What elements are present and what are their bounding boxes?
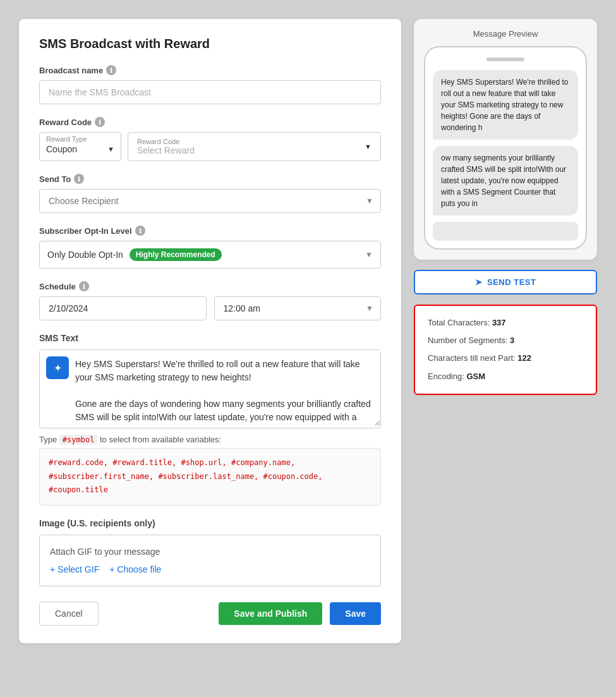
opt-in-select-wrapper[interactable]: Only Double Opt-In Highly Recommended ▼ <box>39 241 381 269</box>
right-panel: Message Preview Hey SMS Superstars! We'r… <box>414 19 597 643</box>
segments-label: Number of Segments: <box>428 336 507 345</box>
schedule-section: Schedule ℹ ▼ <box>39 281 381 320</box>
sms-text-wrapper: ✦ Hey SMS Superstars! We're thrilled to … <box>39 349 381 428</box>
reward-type-chevron-icon: ▼ <box>107 145 114 153</box>
total-chars-label: Total Characters: <box>428 318 490 327</box>
message-input-bar <box>433 222 578 241</box>
image-label: Image (U.S. recipients only) <box>39 518 381 528</box>
highly-recommended-badge: Highly Recommended <box>130 248 222 261</box>
encoding-value: GSM <box>466 372 485 381</box>
page-title: SMS Broadcast with Reward <box>39 37 381 51</box>
reward-code-inner: Reward Code Select Reward <box>137 138 195 155</box>
magic-icon: ✦ <box>54 362 62 374</box>
send-to-wrapper: ▼ <box>39 189 381 213</box>
sms-text-label: SMS Text <box>39 333 381 343</box>
send-test-label: SEND TEST <box>487 277 536 287</box>
encoding-label: Encoding: <box>428 372 464 381</box>
sms-magic-button[interactable]: ✦ <box>46 356 69 379</box>
variables-hint: Type #symbol to select from available va… <box>39 435 381 444</box>
message-bubble-1: Hey SMS Superstars! We're thrilled to ro… <box>433 70 578 140</box>
sms-text-input[interactable]: Hey SMS Superstars! We're thrilled to ro… <box>40 350 380 426</box>
schedule-date-wrapper <box>39 296 207 320</box>
save-button[interactable]: Save <box>330 602 381 625</box>
chars-next-value: 122 <box>517 353 531 363</box>
reward-code-row: Reward Type Coupon ▼ Reward Code Select … <box>39 132 381 161</box>
preview-title: Message Preview <box>424 29 587 39</box>
cancel-button[interactable]: Cancel <box>39 602 99 626</box>
message-bubble-2: ow many segments your brilliantly crafte… <box>433 146 578 215</box>
reward-code-label: Reward Code ℹ <box>39 117 381 127</box>
send-to-input[interactable] <box>39 189 381 213</box>
variables-box: #reward.code, #reward.title, #shop.url, … <box>39 448 381 506</box>
opt-in-section: Subscriber Opt-In Level ℹ Only Double Op… <box>39 226 381 269</box>
send-to-label: Send To ℹ <box>39 174 381 184</box>
sms-text-section: SMS Text ✦ Hey SMS Superstars! We're thr… <box>39 333 381 506</box>
reward-code-placeholder: Select Reward <box>137 145 195 155</box>
broadcast-name-label: Broadcast name ℹ <box>39 65 381 75</box>
broadcast-name-input[interactable] <box>39 80 381 104</box>
encoding-row: Encoding: GSM <box>428 371 583 382</box>
broadcast-name-section: Broadcast name ℹ <box>39 65 381 104</box>
stats-box: Total Characters: 337 Number of Segments… <box>414 305 597 395</box>
choose-file-button[interactable]: + Choose file <box>109 564 161 574</box>
opt-in-label: Subscriber Opt-In Level ℹ <box>39 226 381 236</box>
reward-code-select[interactable]: Reward Code Select Reward ▼ <box>128 132 381 161</box>
reward-type-value: Coupon <box>46 144 77 154</box>
schedule-info-icon[interactable]: ℹ <box>79 281 89 291</box>
schedule-label: Schedule ℹ <box>39 281 381 291</box>
total-chars-value: 337 <box>492 318 506 327</box>
phone-frame: Hey SMS Superstars! We're thrilled to ro… <box>424 46 587 250</box>
reward-code-field-label: Reward Code <box>137 138 195 145</box>
send-icon: ➤ <box>475 277 483 287</box>
opt-in-chevron-icon: ▼ <box>365 250 373 259</box>
opt-in-value: Only Double Opt-In <box>47 250 123 260</box>
reward-type-select[interactable]: Coupon ▼ <box>46 144 114 154</box>
segments-value: 3 <box>510 336 514 345</box>
segments-row: Number of Segments: 3 <box>428 335 583 346</box>
reward-code-section: Reward Code ℹ Reward Type Coupon ▼ Rewar… <box>39 117 381 161</box>
save-publish-button[interactable]: Save and Publish <box>219 602 322 625</box>
reward-code-info-icon[interactable]: ℹ <box>95 117 105 127</box>
attach-gif-label: Attach GIF to your message <box>50 547 370 557</box>
opt-in-info-icon[interactable]: ℹ <box>135 226 145 236</box>
image-section: Image (U.S. recipients only) Attach GIF … <box>39 518 381 586</box>
schedule-time-wrapper: ▼ <box>214 296 382 320</box>
main-form-panel: SMS Broadcast with Reward Broadcast name… <box>19 19 401 643</box>
variables-list: #reward.code, #reward.title, #shop.url, … <box>49 458 322 494</box>
schedule-row: ▼ <box>39 296 381 320</box>
phone-notch <box>486 58 524 61</box>
send-test-button[interactable]: ➤ SEND TEST <box>414 270 597 294</box>
reward-type-label: Reward Type <box>46 135 114 143</box>
upload-buttons: + Select GIF + Choose file <box>50 564 370 574</box>
chars-next-label: Characters till next Part: <box>428 353 516 363</box>
variables-hint-code: #symbol <box>59 435 98 445</box>
send-to-section: Send To ℹ ▼ <box>39 174 381 213</box>
reward-type-box[interactable]: Reward Type Coupon ▼ <box>39 132 121 161</box>
total-chars-row: Total Characters: 337 <box>428 317 583 329</box>
phone-mockup: Message Preview Hey SMS Superstars! We'r… <box>414 19 597 260</box>
send-to-info-icon[interactable]: ℹ <box>74 174 84 184</box>
select-gif-button[interactable]: + Select GIF <box>50 564 99 574</box>
broadcast-name-info-icon[interactable]: ℹ <box>106 65 116 75</box>
reward-code-chevron-icon: ▼ <box>365 143 371 150</box>
chars-next-row: Characters till next Part: 122 <box>428 353 583 364</box>
schedule-time-input[interactable] <box>214 296 382 320</box>
image-upload-box: Attach GIF to your message + Select GIF … <box>39 535 381 586</box>
schedule-date-input[interactable] <box>39 296 207 320</box>
action-row: Cancel Save and Publish Save <box>39 602 381 626</box>
